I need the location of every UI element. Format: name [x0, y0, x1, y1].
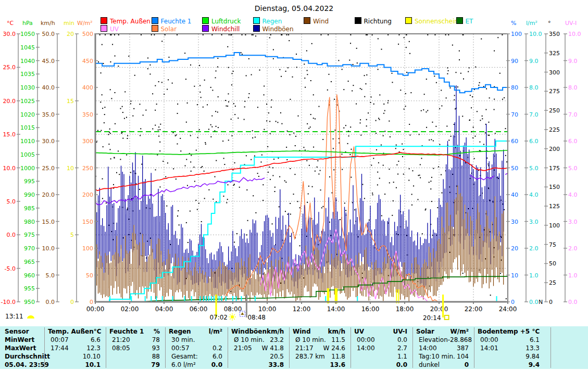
svg-text:40: 40 — [511, 192, 518, 198]
cell-time: 00:00 — [352, 336, 375, 344]
cell-value: 0.0 — [396, 361, 411, 369]
svg-text:970: 970 — [24, 245, 35, 252]
svg-text:6.0: 6.0 — [568, 138, 578, 145]
table-row: 00:076.6 — [46, 336, 104, 344]
cell-time: 00:07 — [46, 336, 69, 344]
row-label: MaxWert — [2, 344, 36, 352]
svg-text:30: 30 — [511, 219, 518, 225]
svg-text:W/m²: W/m² — [77, 20, 93, 27]
column-header: Bodentemp +5 °C — [476, 327, 540, 336]
table-column-regen: Regenl/m²30 min.00:570.2Gesamt:6.06.0 l/… — [167, 326, 226, 369]
cell-time: 00:57 — [167, 344, 190, 352]
cell-time — [291, 361, 295, 369]
svg-text:1045: 1045 — [20, 44, 35, 51]
svg-text:350: 350 — [549, 31, 560, 37]
svg-text:25: 25 — [549, 279, 556, 286]
cell-value: 0 — [465, 361, 472, 369]
svg-text:-5.0: -5.0 — [5, 265, 16, 272]
column-header: Wind — [291, 327, 310, 336]
svg-text:30.0: 30.0 — [42, 138, 55, 145]
svg-text:9.0: 9.0 — [568, 58, 578, 65]
cell-time: 21:17 — [291, 344, 314, 352]
svg-text:%: % — [511, 20, 516, 27]
table-row: 08:0593 — [107, 344, 164, 352]
cell-time — [107, 352, 112, 361]
table-row: Gesamt:6.0 — [167, 352, 226, 361]
svg-text:980: 980 — [24, 219, 35, 225]
svg-text:0: 0 — [549, 299, 553, 305]
table-row: 1.1 — [352, 352, 411, 361]
cell-value: 2.7 — [397, 344, 411, 352]
cell-time: 21:05 — [229, 344, 252, 352]
weather-chart: °C-10.0-5.00.05.010.015.020.025.030.0hPa… — [0, 0, 588, 326]
svg-text:5: 5 — [70, 232, 74, 238]
svg-text:10.0: 10.0 — [3, 165, 16, 172]
table-separator — [351, 327, 351, 368]
svg-text:06:00: 06:00 — [190, 305, 208, 313]
svg-text:450: 450 — [82, 58, 93, 65]
svg-text:1010: 1010 — [20, 138, 35, 145]
svg-text:00:00: 00:00 — [86, 305, 105, 313]
svg-text:1025: 1025 — [20, 98, 35, 105]
weather-app-screen: Dienstag, 05.04.2022 Temp. AußenFeuchte … — [0, 0, 588, 370]
svg-text:7.0: 7.0 — [568, 111, 578, 118]
svg-text:0: 0 — [70, 299, 74, 305]
svg-text:950: 950 — [24, 299, 35, 305]
svg-text:75: 75 — [549, 241, 556, 248]
svg-text:350: 350 — [82, 111, 93, 118]
cell-value: 88 — [152, 352, 164, 361]
svg-text:10.0: 10.0 — [568, 31, 581, 37]
table-row: 20.5 — [229, 352, 287, 361]
svg-text:30.0: 30.0 — [3, 31, 16, 37]
cell-value: 6.1 — [530, 336, 543, 344]
table-separator — [44, 327, 45, 368]
table-row: 00:006.1 — [476, 336, 543, 344]
table-row-labels: SensorMinWertMaxWertDurchschnitt05.04. 2… — [2, 326, 44, 369]
svg-text:10.0: 10.0 — [529, 31, 542, 37]
table-row: 9.84 — [476, 352, 543, 361]
moon-icon — [27, 315, 34, 318]
svg-text:985: 985 — [24, 205, 35, 212]
table-separator — [165, 327, 166, 368]
cell-value: 6.0 — [212, 352, 226, 361]
table-separator — [474, 327, 474, 368]
column-header: Windböen — [229, 327, 267, 336]
table-separator — [106, 327, 106, 368]
svg-text:10: 10 — [67, 165, 74, 172]
table-row: 0.0 — [352, 361, 411, 369]
table-row: 30 min. — [167, 336, 226, 344]
table-separator — [412, 327, 413, 368]
column-unit — [540, 327, 543, 336]
table-row: 14:0113.3 — [476, 344, 543, 352]
table-column-windb-en: Windböenkm/hØ 10 min.23.221:05W 41.820.5… — [229, 326, 287, 369]
table-row: 21:17W 24.6 — [291, 344, 349, 352]
table-row: 14:00387 — [414, 344, 472, 352]
svg-text:965: 965 — [24, 259, 35, 265]
svg-text:0: 0 — [511, 299, 515, 305]
cell-time — [352, 352, 357, 361]
svg-text:16:00: 16:00 — [361, 305, 380, 313]
cell-time: dunkel — [414, 361, 440, 369]
cell-time: 08:05 — [107, 344, 130, 352]
cell-value: 10.10 — [83, 352, 104, 361]
table-row: 21:2078 — [107, 336, 164, 344]
cell-time: 17:44 — [46, 344, 69, 352]
svg-text:10: 10 — [511, 272, 518, 279]
svg-text:2.0: 2.0 — [529, 245, 539, 252]
table-row: 10.1 — [46, 361, 104, 369]
svg-text:960: 960 — [24, 272, 35, 279]
table-column-bodentemp-5-c: Bodentemp +5 °C00:006.114:0113.39.849.4 — [476, 326, 543, 369]
svg-text:0.0: 0.0 — [46, 299, 55, 305]
svg-text:50: 50 — [549, 260, 556, 267]
svg-text:15.0: 15.0 — [3, 131, 16, 138]
svg-text:40.0: 40.0 — [42, 84, 55, 91]
svg-text:1005: 1005 — [20, 151, 35, 158]
cell-time: 14:00 — [414, 344, 437, 352]
cell-time — [107, 361, 112, 369]
svg-text:UV-I: UV-I — [565, 20, 577, 27]
table-row: Ø 10 min.11.5 — [291, 336, 349, 344]
cell-value: -28.868 — [448, 336, 476, 344]
cell-time: 14:01 — [476, 344, 498, 352]
row-label: Sensor — [2, 327, 29, 336]
svg-text:4.0: 4.0 — [568, 192, 578, 198]
